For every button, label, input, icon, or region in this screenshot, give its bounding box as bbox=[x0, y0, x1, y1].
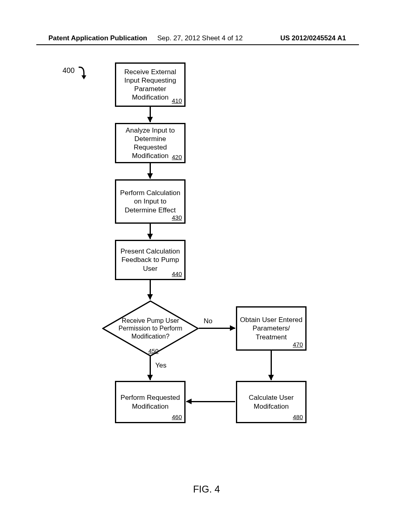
header-right: US 2012/0245524 A1 bbox=[280, 34, 346, 42]
arrow-440-450 bbox=[150, 280, 151, 299]
header-middle: Sep. 27, 2012 Sheet 4 of 12 bbox=[157, 34, 243, 42]
decision-450-ref: 450 bbox=[148, 347, 159, 354]
process-box-420: Analyze Input to Determine Requested Mod… bbox=[115, 123, 186, 163]
process-box-440: Present Calculation Feedback to Pump Use… bbox=[115, 240, 186, 280]
process-box-410-text: Receive External Input Requesting Parame… bbox=[119, 68, 182, 102]
arrow-410-420 bbox=[150, 107, 151, 122]
flow-entry-label: 400 bbox=[63, 66, 75, 75]
header-rule bbox=[36, 44, 359, 45]
process-box-460-ref: 460 bbox=[172, 414, 182, 421]
process-box-470-ref: 470 bbox=[293, 341, 303, 349]
process-box-460: Perform Requested Modification 460 bbox=[115, 381, 186, 423]
decision-450-text: Receive Pump User Permission to Perform … bbox=[114, 317, 187, 340]
decision-450: Receive Pump User Permission to Perform … bbox=[102, 300, 199, 357]
process-box-440-ref: 440 bbox=[172, 270, 182, 278]
process-box-480-ref: 480 bbox=[293, 414, 303, 421]
arrow-420-430 bbox=[150, 163, 151, 179]
process-box-470: Obtain User Entered Parameters/ Treatmen… bbox=[236, 306, 307, 351]
arrow-430-440 bbox=[150, 224, 151, 239]
figure-caption: FIG. 4 bbox=[0, 484, 413, 495]
process-box-410-ref: 410 bbox=[172, 97, 182, 105]
edge-label-yes: Yes bbox=[155, 362, 167, 370]
header-left: Patent Application Publication bbox=[48, 34, 147, 42]
process-box-430: Perform Calculation on Input to Determin… bbox=[115, 179, 186, 224]
arrow-470-480 bbox=[271, 351, 272, 380]
arrow-450-470 bbox=[199, 328, 235, 329]
process-box-430-ref: 430 bbox=[172, 214, 182, 222]
process-box-480: Calculate User Modifcation 480 bbox=[236, 381, 307, 423]
process-box-460-text: Perform Requested Modification bbox=[119, 393, 182, 411]
process-box-480-text: Calculate User Modifcation bbox=[240, 393, 303, 411]
process-box-470-text: Obtain User Entered Parameters/ Treatmen… bbox=[240, 316, 303, 341]
process-box-430-text: Perform Calculation on Input to Determin… bbox=[119, 189, 182, 214]
page: Patent Application Publication Sep. 27, … bbox=[0, 0, 413, 532]
process-box-410: Receive External Input Requesting Parame… bbox=[115, 62, 186, 107]
edge-label-no: No bbox=[204, 317, 213, 325]
arrow-450-460 bbox=[150, 356, 151, 380]
process-box-440-text: Present Calculation Feedback to Pump Use… bbox=[119, 247, 182, 273]
process-box-420-ref: 420 bbox=[172, 154, 182, 161]
flowchart: 400 Receive External Input Requesting Pa… bbox=[0, 62, 413, 498]
arrow-480-460 bbox=[186, 401, 235, 402]
flow-entry-hook-icon bbox=[77, 66, 89, 82]
